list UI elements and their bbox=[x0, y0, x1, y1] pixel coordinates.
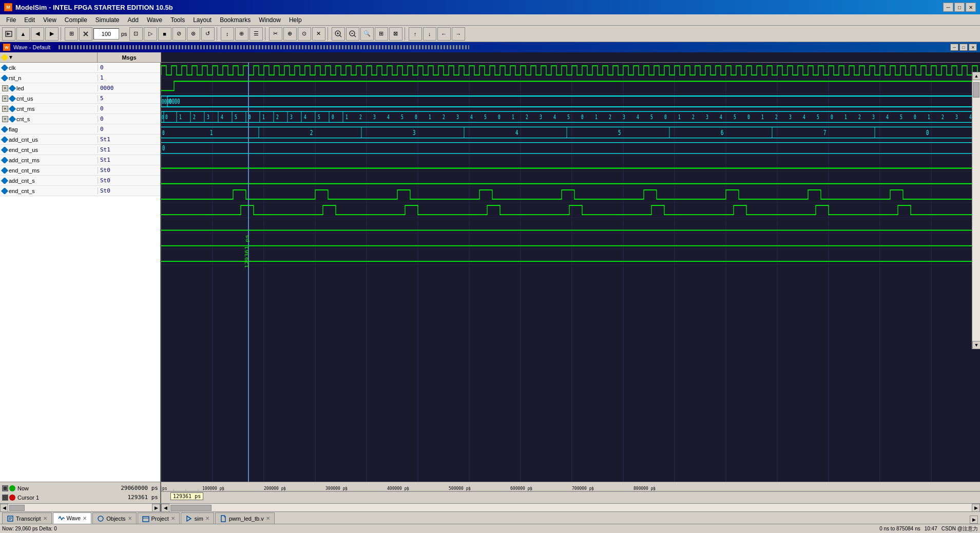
wave-minimize-button[interactable]: ─ bbox=[950, 44, 958, 51]
tb-insert-wave[interactable]: ⊕ bbox=[235, 27, 248, 41]
tab-pwm-close[interactable]: ✕ bbox=[266, 516, 270, 521]
signal-row-clk[interactable]: clk 0 bbox=[0, 63, 160, 73]
tb-zoom-out[interactable] bbox=[346, 27, 359, 41]
tb-copy[interactable]: ⊕ bbox=[283, 27, 297, 41]
tb-signal-left[interactable]: ← bbox=[437, 27, 451, 41]
menu-tools[interactable]: Tools bbox=[166, 15, 189, 25]
tab-project[interactable]: Project ✕ bbox=[138, 512, 180, 524]
waveform-display[interactable]: 0000 0000 0 bbox=[161, 63, 980, 482]
minimize-button[interactable]: ─ bbox=[943, 3, 953, 12]
tab-objects[interactable]: Objects ✕ bbox=[92, 512, 136, 524]
expand-cnt-ms[interactable]: + bbox=[2, 106, 8, 112]
scroll-thumb-right[interactable] bbox=[170, 505, 212, 511]
scroll-track-left[interactable] bbox=[8, 504, 152, 512]
tb-run-all[interactable]: ⊡ bbox=[129, 27, 143, 41]
tb-paste[interactable]: ⊙ bbox=[298, 27, 311, 41]
tb-run-length[interactable] bbox=[79, 27, 92, 41]
tab-wave-close[interactable]: ✕ bbox=[83, 516, 87, 521]
signal-row-end-cnt-us[interactable]: end_cnt_us St1 bbox=[0, 145, 160, 155]
tb-delete[interactable]: ✕ bbox=[312, 27, 325, 41]
tab-project-close[interactable]: ✕ bbox=[171, 516, 175, 521]
menu-compile[interactable]: Compile bbox=[61, 15, 91, 25]
tab-transcript[interactable]: Transcript ✕ bbox=[2, 512, 52, 524]
scroll-thumb-left[interactable] bbox=[9, 505, 25, 511]
scroll-left-button2[interactable]: ◀ bbox=[161, 504, 169, 512]
scroll-up-button[interactable]: ▲ bbox=[972, 72, 980, 80]
signal-row-add-cnt-s[interactable]: add_cnt_s St0 bbox=[0, 176, 160, 186]
signal-row-cnt-us[interactable]: + cnt_us 5 bbox=[0, 93, 160, 104]
tab-scroll-right[interactable]: ▶ bbox=[970, 516, 978, 524]
tb-zoom-to[interactable]: ⊠ bbox=[389, 27, 402, 41]
menu-view[interactable]: View bbox=[39, 15, 61, 25]
scroll-right-button1[interactable]: ▶ bbox=[152, 504, 160, 512]
signal-row-cnt-ms[interactable]: + cnt_ms 0 bbox=[0, 104, 160, 114]
signal-row-add-cnt-ms[interactable]: add_cnt_ms St1 bbox=[0, 155, 160, 165]
menu-wave[interactable]: Wave bbox=[143, 15, 166, 25]
menu-window[interactable]: Window bbox=[255, 15, 285, 25]
menu-simulate[interactable]: Simulate bbox=[91, 15, 124, 25]
tb-up-button[interactable]: ▲ bbox=[16, 27, 30, 41]
tb-restart-button[interactable] bbox=[2, 27, 15, 41]
menu-layout[interactable]: Layout bbox=[189, 15, 216, 25]
signal-name-end-cnt-ms: end_cnt_ms bbox=[0, 167, 98, 174]
tab-wave[interactable]: Wave ✕ bbox=[53, 512, 92, 524]
tb-step-button[interactable]: ⊞ bbox=[65, 27, 78, 41]
signal-row-end-cnt-s[interactable]: end_cnt_s St0 bbox=[0, 186, 160, 196]
signal-row-end-cnt-ms[interactable]: end_cnt_ms St0 bbox=[0, 165, 160, 176]
scroll-left-button1[interactable]: ◀ bbox=[0, 504, 8, 512]
expand-cnt-s[interactable]: + bbox=[2, 116, 8, 122]
tb-signal-down[interactable]: ↓ bbox=[423, 27, 436, 41]
svg-text:0: 0 bbox=[165, 113, 168, 121]
wave-maximize-button[interactable]: □ bbox=[959, 44, 968, 51]
wave-tab-icon bbox=[57, 515, 65, 522]
tab-sim[interactable]: sim ✕ bbox=[181, 512, 214, 524]
tb-signal-up[interactable]: ↑ bbox=[409, 27, 422, 41]
tb-forward-button[interactable]: ▶ bbox=[45, 27, 59, 41]
tab-pwm-file[interactable]: pwm_led_tb.v ✕ bbox=[215, 512, 275, 524]
menu-bookmarks[interactable]: Bookmarks bbox=[216, 15, 255, 25]
tb-zoom-cursor[interactable]: ⊞ bbox=[375, 27, 388, 41]
signal-row-led[interactable]: + led 0000 bbox=[0, 83, 160, 93]
tb-stop[interactable]: ■ bbox=[158, 27, 171, 41]
scroll-track-v[interactable] bbox=[972, 80, 980, 341]
tb-restart2[interactable]: ↺ bbox=[201, 27, 215, 41]
tb-zoom-full[interactable]: 🔍 bbox=[360, 27, 374, 41]
tb-delete-wave[interactable]: ☰ bbox=[249, 27, 263, 41]
tb-run-cont[interactable]: ▷ bbox=[144, 27, 157, 41]
svg-text:4: 4 bbox=[886, 113, 889, 121]
tb-break[interactable]: ⊘ bbox=[172, 27, 186, 41]
expand-led[interactable]: + bbox=[2, 85, 8, 91]
maximize-button[interactable]: □ bbox=[954, 3, 965, 12]
tab-transcript-close[interactable]: ✕ bbox=[43, 516, 47, 521]
project-tab-icon bbox=[142, 515, 149, 522]
scroll-thumb-v[interactable] bbox=[973, 82, 979, 98]
tab-objects-close[interactable]: ✕ bbox=[128, 516, 132, 521]
run-time-input[interactable] bbox=[93, 28, 119, 40]
signal-row-cnt-s[interactable]: + cnt_s 0 bbox=[0, 114, 160, 124]
tb-back-button[interactable]: ◀ bbox=[31, 27, 44, 41]
menu-help[interactable]: Help bbox=[285, 15, 306, 25]
wave-close-button[interactable]: ✕ bbox=[969, 44, 977, 51]
signal-row-flag[interactable]: flag 0 bbox=[0, 124, 160, 135]
vertical-scrollbar[interactable]: ▲ ▼ bbox=[972, 72, 980, 349]
tab-sim-close[interactable]: ✕ bbox=[205, 516, 209, 521]
signal-row-add-cnt-us[interactable]: add_cnt_us St1 bbox=[0, 135, 160, 145]
tb-wave-ops[interactable]: ⊛ bbox=[187, 27, 200, 41]
tb-cursor-move[interactable]: ↕ bbox=[221, 27, 234, 41]
scroll-right-button2[interactable]: ▶ bbox=[972, 504, 980, 512]
signal-value-rst-n: 1 bbox=[98, 74, 160, 81]
scroll-down-button[interactable]: ▼ bbox=[972, 341, 980, 349]
menu-add[interactable]: Add bbox=[124, 15, 143, 25]
svg-text:5: 5 bbox=[318, 113, 320, 121]
close-button[interactable]: ✕ bbox=[966, 3, 976, 12]
expand-cnt-us[interactable]: + bbox=[2, 96, 8, 102]
tb-cut[interactable]: ✂ bbox=[269, 27, 282, 41]
menu-edit[interactable]: Edit bbox=[20, 15, 39, 25]
tb-signal-right[interactable]: → bbox=[452, 27, 465, 41]
scroll-track-right[interactable] bbox=[169, 504, 972, 512]
svg-text:0: 0 bbox=[914, 113, 916, 121]
signal-row-rst-n[interactable]: rst_n 1 bbox=[0, 73, 160, 83]
tb-zoom-in[interactable] bbox=[332, 27, 345, 41]
svg-text:4: 4 bbox=[803, 113, 805, 121]
menu-file[interactable]: File bbox=[2, 15, 20, 25]
